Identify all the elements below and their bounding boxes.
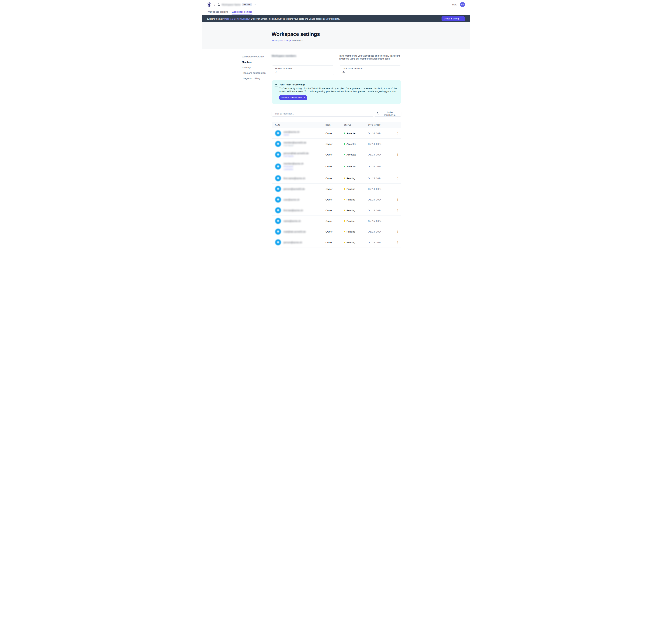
table-row: person@lab.acme53.de Full Name Owner Acc… [271, 149, 401, 160]
status-dot-icon [344, 154, 345, 155]
app-logo-icon[interactable] [207, 2, 211, 7]
member-email: person@lab.acme53.de [284, 152, 309, 155]
plan-badge: Growth [242, 3, 252, 6]
member-name-cell: person@acme53.de [271, 184, 324, 194]
usage-billing-overview-link[interactable]: Usage & Billing Overview [224, 18, 250, 20]
member-status: Pending [342, 230, 366, 233]
usage-billing-button[interactable]: Usage & Billing → [441, 16, 465, 21]
status-dot-icon [344, 143, 345, 145]
member-role: Owner [324, 188, 342, 190]
member-name-cell: first.name@acme.sh [271, 173, 324, 184]
chevron-down-icon [254, 3, 256, 6]
invite-members-button[interactable]: Invite member(s) [374, 111, 401, 117]
member-name-cell: member@acme53.de Full Name [271, 139, 324, 149]
member-name-cell: person@lab.acme53.de Full Name [271, 149, 324, 160]
page: / Workspace Name Growth Help AB [201, 0, 471, 258]
status-dot-icon [344, 133, 345, 134]
help-link[interactable]: Help [452, 3, 457, 6]
workspace-switcher[interactable]: Workspace Name Growth [218, 3, 256, 6]
member-email: member@acme.sh [284, 162, 304, 165]
table-row: user@acme.sh name Owner Accepted Oct 14, [271, 128, 401, 139]
stat-card: Project members 3 [271, 66, 334, 75]
member-date-added: Oct 15, 2024 [366, 241, 394, 244]
alert-body: You're currently using 12 out of 20 addi… [279, 87, 398, 93]
row-menu-button[interactable] [395, 142, 400, 146]
member-avatar [275, 207, 281, 213]
table-row: first.name@acme.sh Owner Pending Oct 15 [271, 173, 401, 184]
row-menu-button[interactable] [395, 176, 400, 180]
member-role: Owner [324, 132, 342, 135]
sidebar-item[interactable]: Members [242, 60, 271, 64]
top-nav: / Workspace Name Growth Help AB [201, 0, 471, 15]
member-status: Pending [342, 198, 366, 201]
member-avatar [275, 196, 281, 203]
member-status: Pending [342, 220, 366, 223]
table-row: person@acme.sh Owner Pending Oct 15, 20 [271, 237, 401, 248]
member-name-cell: person@acme.sh [271, 237, 324, 248]
member-avatar [275, 229, 281, 235]
row-menu-button[interactable] [395, 240, 400, 244]
status-dot-icon [344, 210, 345, 211]
alert-title: Your Team is Growing! [279, 83, 398, 86]
page-header: Workspace settings Workspace settings / … [201, 22, 471, 49]
sidebar-item[interactable]: API keys [242, 65, 271, 70]
row-menu-button[interactable] [395, 131, 400, 135]
status-dot-icon [344, 220, 345, 221]
member-role: Owner [324, 209, 342, 212]
members-description: Invite members to your workspace and eff… [339, 54, 401, 60]
member-subtext: Lastname [284, 168, 304, 170]
member-role: Owner [324, 230, 342, 233]
member-status: Pending [342, 177, 366, 180]
member-status: Pending [342, 209, 366, 212]
row-menu-button[interactable] [395, 208, 400, 212]
member-email: user@acme.sh [284, 131, 299, 133]
member-subtext: Full Name [284, 155, 309, 157]
table-row: person@acme53.de Owner Pending Oct 14, [271, 184, 401, 194]
status-dot-icon [344, 166, 345, 167]
member-email: person@acme.sh [284, 241, 302, 244]
member-date-added: Oct 15, 2024 [366, 177, 394, 180]
sidebar-item[interactable]: Usage and billing [242, 76, 271, 80]
member-subtext: Firstname [284, 165, 304, 168]
sidebar-item[interactable]: Plans and subscription [242, 71, 271, 75]
workspace-tab[interactable]: Workspace projects [207, 10, 229, 15]
workspace-tab[interactable]: Workspace settings [232, 10, 253, 15]
breadcrumb-settings-link[interactable]: Workspace settings [271, 39, 291, 42]
user-avatar[interactable]: AB [460, 2, 465, 7]
member-date-added: Oct 15, 2024 [366, 209, 394, 212]
sidebar-item[interactable]: Workspace overview [242, 54, 271, 59]
member-name-cell: user@acme.sh [271, 194, 324, 205]
member-avatar [275, 130, 281, 136]
member-role: Owner [324, 177, 342, 180]
member-date-added: Oct 15, 2024 [366, 220, 394, 223]
member-status: Accepted [342, 143, 366, 145]
row-menu-button[interactable] [395, 187, 400, 191]
member-role: Owner [324, 198, 342, 201]
status-dot-icon [344, 199, 345, 200]
member-email: first.last@acme.sh [284, 209, 303, 212]
members-table: NAME ROLE STATUS DATE ADDED user@acme.sh [271, 122, 401, 248]
member-status: Pending [342, 188, 366, 190]
member-stats: Project members 3 Total seats included 2… [271, 66, 401, 75]
filter-input[interactable] [271, 111, 374, 117]
member-subtext: Full Name [284, 144, 306, 147]
stat-value: 3 [275, 70, 330, 73]
members-toolbar: Invite member(s) [271, 111, 401, 117]
member-email: name@acme.sh [284, 220, 301, 223]
row-menu-button[interactable] [395, 153, 400, 157]
row-menu-button[interactable] [395, 230, 400, 234]
member-avatar [275, 218, 281, 224]
row-menu-button[interactable] [395, 219, 400, 223]
member-date-added: Oct 14, 2024 [366, 143, 394, 145]
team-growing-alert: Your Team is Growing! You're currently u… [271, 80, 401, 104]
warning-icon [274, 84, 278, 100]
manage-subscription-button[interactable]: Manage subscription ↗ [279, 95, 307, 100]
member-subtext: name [284, 134, 299, 136]
folder-icon [218, 3, 220, 6]
member-name-cell: mail@lab.acme53.de [271, 226, 324, 237]
member-role: Owner [324, 143, 342, 145]
member-date-added: Oct 15, 2024 [366, 198, 394, 201]
column-role: ROLE [324, 124, 342, 126]
row-menu-button[interactable] [395, 197, 400, 202]
table-row: member@acme.sh Firstname Lastname Owner … [271, 160, 401, 173]
